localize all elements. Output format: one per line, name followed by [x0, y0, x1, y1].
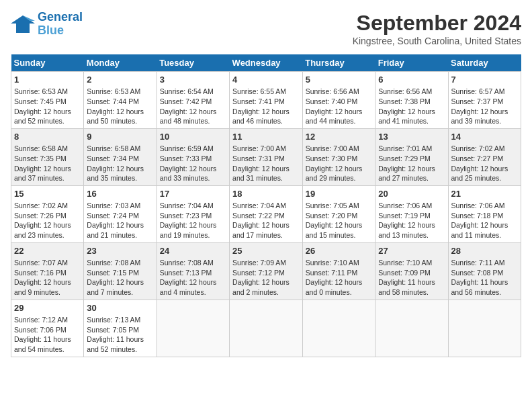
calendar-cell: 25Sunrise: 7:09 AMSunset: 7:12 PMDayligh… — [230, 242, 303, 300]
day-number: 14 — [451, 131, 519, 143]
calendar-cell: 18Sunrise: 7:04 AMSunset: 7:22 PMDayligh… — [230, 185, 303, 242]
title-section: September 2024 Kingstree, South Carolina… — [353, 11, 521, 46]
week-row-5: 29Sunrise: 7:12 AMSunset: 7:06 PMDayligh… — [11, 300, 521, 357]
day-number: 16 — [87, 188, 153, 200]
header-monday: Monday — [84, 54, 157, 72]
header-saturday: Saturday — [448, 54, 521, 72]
header-tuesday: Tuesday — [157, 54, 229, 72]
calendar-cell: 30Sunrise: 7:13 AMSunset: 7:05 PMDayligh… — [84, 300, 157, 357]
calendar-cell: 14Sunrise: 7:02 AMSunset: 7:27 PMDayligh… — [448, 128, 521, 185]
logo: GeneralBlue — [11, 11, 83, 38]
day-number: 3 — [160, 74, 226, 86]
location-subtitle: Kingstree, South Carolina, United States — [353, 36, 521, 46]
day-number: 1 — [14, 74, 81, 86]
week-row-3: 15Sunrise: 7:02 AMSunset: 7:26 PMDayligh… — [11, 185, 521, 242]
day-number: 27 — [378, 245, 445, 257]
day-number: 20 — [378, 188, 445, 200]
day-number: 8 — [14, 131, 81, 143]
calendar-cell: 15Sunrise: 7:02 AMSunset: 7:26 PMDayligh… — [11, 185, 84, 242]
day-number: 17 — [160, 188, 226, 200]
calendar-cell: 21Sunrise: 7:06 AMSunset: 7:18 PMDayligh… — [448, 185, 521, 242]
calendar-cell: 9Sunrise: 6:58 AMSunset: 7:34 PMDaylight… — [84, 128, 157, 185]
day-number: 15 — [14, 188, 81, 200]
page-header: GeneralBlue September 2024 Kingstree, So… — [11, 11, 521, 46]
calendar-cell — [157, 300, 229, 357]
day-number: 5 — [306, 74, 372, 86]
day-number: 21 — [451, 188, 519, 200]
day-number: 29 — [14, 302, 81, 314]
day-number: 19 — [306, 188, 372, 200]
month-title: September 2024 — [353, 11, 521, 36]
calendar-cell: 7Sunrise: 6:57 AMSunset: 7:37 PMDaylight… — [448, 72, 521, 129]
calendar-cell: 20Sunrise: 7:06 AMSunset: 7:19 PMDayligh… — [375, 185, 448, 242]
day-number: 30 — [87, 302, 153, 314]
calendar-cell: 8Sunrise: 6:58 AMSunset: 7:35 PMDaylight… — [11, 128, 84, 185]
calendar-cell: 24Sunrise: 7:08 AMSunset: 7:13 PMDayligh… — [157, 242, 229, 300]
day-number: 26 — [306, 245, 372, 257]
calendar-cell: 16Sunrise: 7:03 AMSunset: 7:24 PMDayligh… — [84, 185, 157, 242]
header-friday: Friday — [375, 54, 448, 72]
day-number: 13 — [378, 131, 445, 143]
day-number: 24 — [160, 245, 226, 257]
day-number: 7 — [451, 74, 519, 86]
calendar-cell — [302, 300, 375, 357]
calendar-cell: 1Sunrise: 6:53 AMSunset: 7:45 PMDaylight… — [11, 72, 84, 129]
day-number: 6 — [378, 74, 445, 86]
calendar-cell: 12Sunrise: 7:00 AMSunset: 7:30 PMDayligh… — [302, 128, 375, 185]
day-number: 23 — [87, 245, 153, 257]
calendar-cell: 23Sunrise: 7:08 AMSunset: 7:15 PMDayligh… — [84, 242, 157, 300]
day-number: 25 — [232, 245, 300, 257]
calendar-cell: 11Sunrise: 7:00 AMSunset: 7:31 PMDayligh… — [230, 128, 303, 185]
header-thursday: Thursday — [302, 54, 375, 72]
week-row-4: 22Sunrise: 7:07 AMSunset: 7:16 PMDayligh… — [11, 242, 521, 300]
calendar-cell: 29Sunrise: 7:12 AMSunset: 7:06 PMDayligh… — [11, 300, 84, 357]
logo-icon — [11, 14, 35, 34]
day-number: 9 — [87, 131, 153, 143]
calendar-cell: 28Sunrise: 7:11 AMSunset: 7:08 PMDayligh… — [448, 242, 521, 300]
header-sunday: Sunday — [11, 54, 84, 72]
day-number: 10 — [160, 131, 226, 143]
day-number: 12 — [306, 131, 372, 143]
calendar-cell: 19Sunrise: 7:05 AMSunset: 7:20 PMDayligh… — [302, 185, 375, 242]
day-number: 28 — [451, 245, 519, 257]
calendar-cell — [375, 300, 448, 357]
day-number: 22 — [14, 245, 81, 257]
calendar-cell: 26Sunrise: 7:10 AMSunset: 7:11 PMDayligh… — [302, 242, 375, 300]
calendar-cell: 6Sunrise: 6:56 AMSunset: 7:38 PMDaylight… — [375, 72, 448, 129]
calendar-cell: 2Sunrise: 6:53 AMSunset: 7:44 PMDaylight… — [84, 72, 157, 129]
svg-marker-0 — [11, 15, 35, 33]
logo-text: GeneralBlue — [38, 11, 83, 38]
week-row-1: 1Sunrise: 6:53 AMSunset: 7:45 PMDaylight… — [11, 72, 521, 129]
calendar-cell: 22Sunrise: 7:07 AMSunset: 7:16 PMDayligh… — [11, 242, 84, 300]
calendar-cell — [230, 300, 303, 357]
calendar-cell — [448, 300, 521, 357]
header-wednesday: Wednesday — [230, 54, 303, 72]
day-number: 11 — [232, 131, 300, 143]
calendar-cell: 3Sunrise: 6:54 AMSunset: 7:42 PMDaylight… — [157, 72, 229, 129]
calendar-cell: 10Sunrise: 6:59 AMSunset: 7:33 PMDayligh… — [157, 128, 229, 185]
day-number: 2 — [87, 74, 153, 86]
week-row-2: 8Sunrise: 6:58 AMSunset: 7:35 PMDaylight… — [11, 128, 521, 185]
header-row: SundayMondayTuesdayWednesdayThursdayFrid… — [11, 54, 521, 72]
calendar-cell: 4Sunrise: 6:55 AMSunset: 7:41 PMDaylight… — [230, 72, 303, 129]
calendar-cell: 17Sunrise: 7:04 AMSunset: 7:23 PMDayligh… — [157, 185, 229, 242]
calendar-cell: 27Sunrise: 7:10 AMSunset: 7:09 PMDayligh… — [375, 242, 448, 300]
day-number: 4 — [232, 74, 300, 86]
calendar-table: SundayMondayTuesdayWednesdayThursdayFrid… — [11, 54, 521, 357]
calendar-cell: 13Sunrise: 7:01 AMSunset: 7:29 PMDayligh… — [375, 128, 448, 185]
day-number: 18 — [232, 188, 300, 200]
calendar-cell: 5Sunrise: 6:56 AMSunset: 7:40 PMDaylight… — [302, 72, 375, 129]
